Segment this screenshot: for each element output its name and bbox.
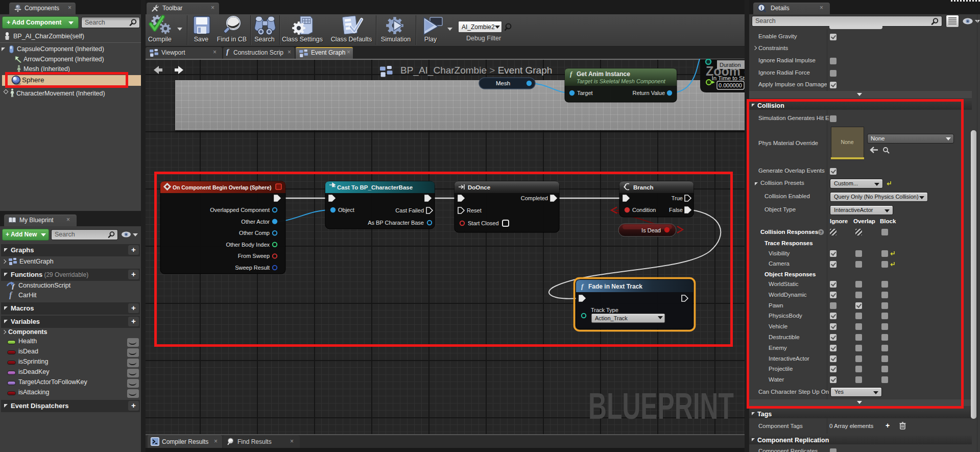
svg-text:Mesh: Mesh [496, 80, 510, 86]
svg-text:Duration: Duration [720, 62, 741, 68]
svg-text:BLUEPRINT: BLUEPRINT [588, 386, 734, 426]
svg-text:In Time to St: In Time to St [711, 75, 745, 81]
svg-text:f: f [12, 282, 15, 290]
svg-text:i: i [761, 5, 762, 11]
svg-text:Return Value: Return Value [633, 90, 665, 96]
svg-text:Get Anim Instance: Get Anim Instance [577, 70, 630, 78]
svg-text:Target: Target [577, 90, 593, 96]
svg-text:0.000000: 0.000000 [719, 82, 742, 88]
svg-text:Target is Skeletal Mesh Compon: Target is Skeletal Mesh Component [577, 78, 666, 84]
svg-text:f: f [9, 291, 13, 299]
